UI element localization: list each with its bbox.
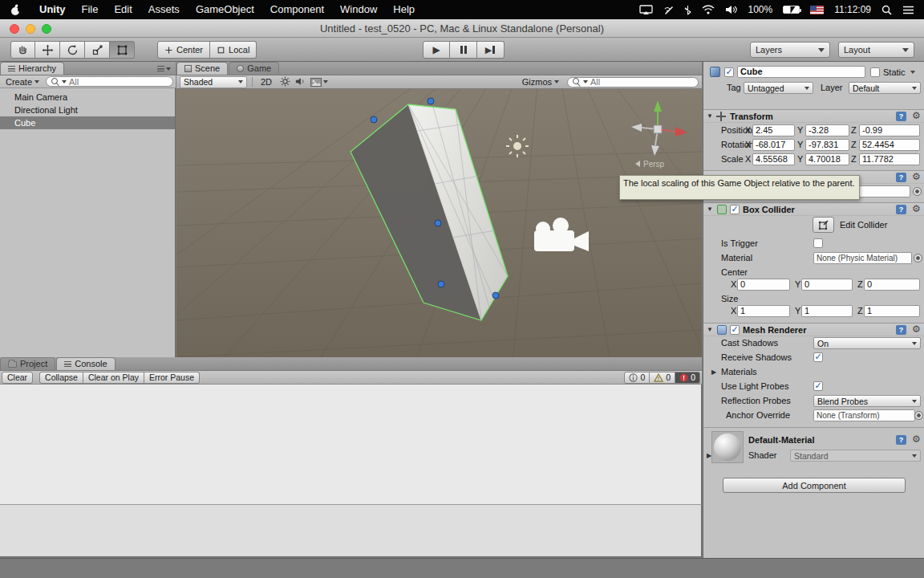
menu-edit[interactable]: Edit [106, 0, 140, 19]
collider-center-x-field[interactable]: 0 [737, 279, 790, 291]
hand-tool-button[interactable] [10, 41, 35, 59]
console-detail-pane[interactable] [0, 504, 702, 557]
spotlight-icon[interactable] [881, 5, 892, 15]
scene-effects-dropdown[interactable] [310, 78, 328, 87]
console-error-filter-button[interactable]: 0 [675, 372, 700, 384]
collider-handle[interactable] [492, 292, 499, 299]
layer-dropdown[interactable]: Default [849, 82, 921, 94]
object-picker-icon[interactable] [914, 254, 922, 263]
scale-tool-button[interactable] [85, 41, 110, 59]
menu-file[interactable]: File [74, 0, 107, 19]
mesh-renderer-enabled-checkbox[interactable]: ✓ [730, 325, 740, 335]
mesh-renderer-header[interactable]: ▼ ✓ Mesh Renderer ? ⚙ [703, 323, 924, 336]
static-flags-chevron-icon[interactable] [910, 71, 915, 74]
collider-handle[interactable] [438, 281, 444, 287]
layout-dropdown[interactable]: Layout [838, 42, 914, 58]
use-light-probes-checkbox[interactable]: ✓ [813, 381, 823, 391]
anchor-override-field[interactable]: None (Transform) [813, 409, 915, 421]
gear-icon[interactable]: ⚙ [912, 110, 921, 121]
toggle-2d-button[interactable]: 2D [257, 77, 275, 87]
bluetooth-icon[interactable] [684, 5, 691, 15]
gameobject-active-checkbox[interactable]: ✓ [724, 67, 734, 77]
volume-icon[interactable] [725, 5, 737, 14]
scale-z-field[interactable]: 11.7782 [859, 153, 920, 165]
wifi-icon[interactable] [702, 5, 715, 14]
foldout-closed-icon[interactable]: ▶ [711, 366, 716, 379]
hierarchy-item-cube[interactable]: Cube [0, 116, 175, 129]
tab-hierarchy[interactable]: Hierarchy [0, 62, 64, 75]
box-collider-enabled-checkbox[interactable]: ✓ [730, 205, 740, 214]
add-component-button[interactable]: Add Component [723, 478, 906, 493]
scale-y-field[interactable]: 4.70018 [805, 153, 849, 165]
help-icon[interactable]: ? [896, 173, 906, 182]
tab-game[interactable]: Game [229, 62, 279, 75]
scale-x-field[interactable]: 4.55568 [752, 153, 795, 165]
zoom-window-button[interactable] [42, 24, 51, 34]
hierarchy-item-directional-light[interactable]: Directional Light [0, 104, 175, 116]
box-collider-header[interactable]: ▼ ✓ Box Collider ? ⚙ [703, 202, 924, 216]
gear-icon[interactable]: ⚙ [912, 434, 921, 445]
help-icon[interactable]: ? [896, 435, 906, 445]
shading-mode-dropdown[interactable]: Shaded [180, 76, 247, 88]
physic-material-field[interactable]: None (Physic Material) [813, 252, 912, 264]
collider-center-z-field[interactable]: 0 [864, 279, 920, 291]
tag-dropdown[interactable]: Untagged [744, 82, 813, 94]
create-button[interactable]: Create [2, 77, 43, 87]
gear-icon[interactable]: ⚙ [912, 324, 921, 335]
console-error-pause-button[interactable]: Error Pause [144, 372, 200, 384]
console-info-filter-button[interactable]: 0 [624, 372, 650, 384]
battery-icon[interactable] [783, 6, 800, 14]
reflection-probes-dropdown[interactable]: Blend Probes [813, 395, 921, 407]
rotation-x-field[interactable]: -68.017 [752, 139, 795, 151]
scene-search-input[interactable]: All [567, 77, 699, 88]
help-icon[interactable]: ? [896, 205, 906, 214]
scene-audio-button[interactable] [295, 77, 306, 88]
material-preview-thumbnail[interactable] [711, 431, 744, 463]
object-picker-icon[interactable] [914, 411, 923, 420]
menu-component[interactable]: Component [262, 0, 332, 19]
pause-button[interactable] [450, 41, 477, 59]
scene-lighting-button[interactable] [280, 76, 290, 88]
foldout-closed-icon[interactable]: ▶ [707, 450, 711, 462]
apple-menu[interactable] [0, 4, 31, 16]
edit-collider-button[interactable] [813, 217, 834, 233]
tab-scene[interactable]: Scene [176, 62, 228, 75]
pivot-center-button[interactable]: Center [157, 41, 210, 59]
foldout-open-icon[interactable]: ▼ [707, 203, 713, 216]
console-clear-on-play-button[interactable]: Clear on Play [83, 372, 144, 384]
collider-size-z-field[interactable]: 1 [864, 305, 920, 317]
console-log-list[interactable] [0, 385, 702, 504]
console-collapse-button[interactable]: Collapse [39, 372, 83, 384]
gameobject-name-field[interactable]: Cube [737, 66, 865, 78]
gear-icon[interactable]: ⚙ [912, 203, 921, 214]
pivot-local-button[interactable]: Local [210, 41, 257, 59]
foldout-open-icon[interactable]: ▼ [707, 324, 713, 336]
hierarchy-item-main-camera[interactable]: Main Camera [0, 91, 175, 104]
step-button[interactable]: ▶ [477, 41, 505, 59]
layers-dropdown[interactable]: Layers [750, 42, 830, 58]
rotate-tool-button[interactable] [60, 41, 85, 59]
hierarchy-panel-menu[interactable] [157, 66, 171, 71]
collider-handle[interactable] [371, 116, 377, 123]
menu-gameobject[interactable]: GameObject [188, 0, 262, 19]
console-warning-filter-button[interactable]: 0 [650, 372, 675, 384]
foldout-open-icon[interactable]: ▼ [707, 110, 713, 123]
gear-icon[interactable]: ⚙ [912, 171, 921, 182]
position-y-field[interactable]: -3.28 [805, 124, 849, 136]
receive-shadows-checkbox[interactable]: ✓ [813, 352, 823, 362]
close-window-button[interactable] [10, 24, 19, 34]
static-checkbox[interactable] [870, 67, 880, 77]
collider-size-y-field[interactable]: 1 [801, 305, 853, 317]
tab-project[interactable]: Project [0, 357, 55, 370]
is-trigger-checkbox[interactable] [813, 238, 823, 248]
rotation-y-field[interactable]: -97.831 [805, 139, 849, 151]
help-icon[interactable]: ? [896, 112, 906, 121]
collider-center-y-field[interactable]: 0 [801, 279, 853, 291]
help-icon[interactable]: ? [896, 325, 906, 335]
collider-handle[interactable] [435, 220, 441, 226]
notification-center-icon[interactable] [902, 6, 914, 14]
move-tool-button[interactable] [35, 41, 60, 59]
gizmos-dropdown[interactable]: Gizmos [519, 77, 562, 87]
play-button[interactable]: ▶ [423, 41, 450, 59]
window-titlebar[interactable]: Untitled - test_0520 - PC, Mac & Linux S… [0, 19, 924, 38]
